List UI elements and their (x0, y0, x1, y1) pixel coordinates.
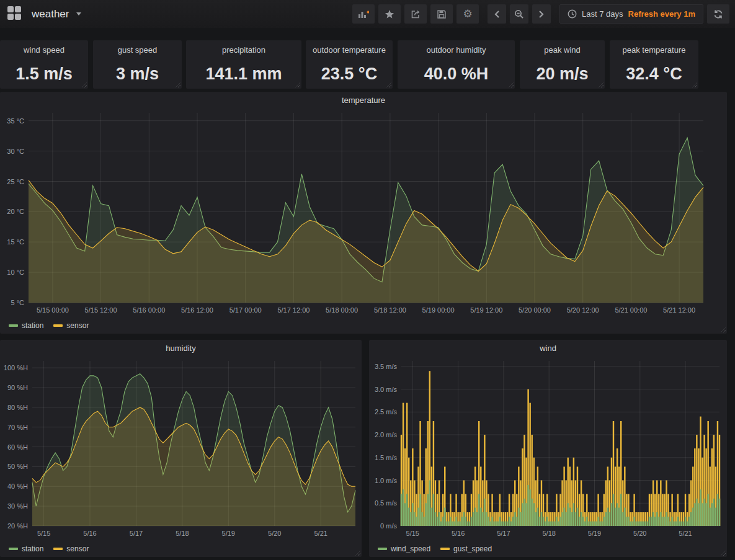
svg-text:1.5 m/s: 1.5 m/s (375, 454, 398, 461)
stat-title[interactable]: gust speed (118, 45, 158, 55)
svg-text:5/20 00:00: 5/20 00:00 (519, 306, 551, 314)
stat-value: 20 m/s (536, 66, 588, 85)
svg-text:90 %H: 90 %H (7, 384, 28, 391)
legend-swatch (9, 324, 18, 327)
svg-text:0 m/s: 0 m/s (380, 522, 397, 530)
legend-swatch (378, 548, 387, 550)
wind-chart[interactable]: 0 m/s0.5 m/s1.0 m/s1.5 m/s2.0 m/s2.5 m/s… (369, 356, 727, 541)
svg-text:5/17 00:00: 5/17 00:00 (229, 306, 262, 314)
legend-swatch (53, 548, 63, 550)
svg-text:5/18 12:00: 5/18 12:00 (374, 306, 406, 314)
settings-button[interactable]: ⚙ (457, 4, 479, 24)
svg-text:5/19 00:00: 5/19 00:00 (422, 306, 455, 314)
svg-text:1.0 m/s: 1.0 m/s (375, 477, 398, 484)
star-icon (385, 9, 394, 19)
legend-item-gust-speed[interactable]: gust_speed (440, 544, 492, 553)
svg-text:40 %H: 40 %H (7, 482, 28, 490)
legend-item-station[interactable]: station (9, 544, 43, 553)
svg-text:0.5 m/s: 0.5 m/s (375, 499, 398, 507)
star-button[interactable] (378, 4, 401, 24)
chevron-left-icon (494, 10, 500, 19)
panel-title-text: wind (540, 344, 556, 353)
panel-resize-handle[interactable] (509, 82, 514, 87)
share-button[interactable] (404, 4, 427, 24)
legend-swatch (53, 324, 63, 327)
svg-text:5/15 00:00: 5/15 00:00 (37, 306, 69, 314)
clock-icon (568, 9, 577, 19)
panel-resize-handle[interactable] (386, 82, 391, 87)
grafana-logo-icon[interactable] (6, 6, 22, 23)
svg-text:5/17: 5/17 (497, 530, 510, 537)
svg-text:5/16 00:00: 5/16 00:00 (133, 306, 165, 314)
navbar: weather (0, 0, 735, 28)
humidity-chart[interactable]: 20 %H30 %H40 %H50 %H60 %H70 %H80 %H90 %H… (0, 356, 362, 541)
save-icon (437, 9, 447, 19)
temperature-panel: temperature 5 °C10 °C15 °C20 °C25 °C30 °… (0, 92, 727, 334)
svg-text:3.0 m/s: 3.0 m/s (375, 386, 398, 393)
settings-icon: ⚙ (463, 9, 472, 19)
panel-resize-handle[interactable] (599, 82, 604, 87)
svg-text:5/19 12:00: 5/19 12:00 (470, 306, 502, 314)
dashboard-title[interactable]: weather (32, 8, 69, 20)
svg-text:5/16: 5/16 (452, 530, 465, 537)
stat-panel-outdoor-temperature: outdoor temperature 23.5 °C (306, 40, 393, 89)
svg-text:10 °C: 10 °C (7, 269, 24, 276)
svg-text:80 %H: 80 %H (7, 404, 28, 411)
legend-item-wind-speed[interactable]: wind_speed (378, 544, 430, 553)
stat-panel-precipitation: precipitation 141.1 mm (186, 40, 301, 89)
refresh-button[interactable] (707, 4, 729, 24)
legend-label: wind_speed (391, 544, 430, 553)
panel-resize-handle[interactable] (692, 82, 697, 87)
add-panel-button[interactable] (352, 4, 375, 24)
panel-resize-handle[interactable] (176, 82, 180, 87)
svg-text:15 °C: 15 °C (7, 238, 24, 246)
stat-value: 141.1 mm (205, 66, 282, 85)
svg-text:5/20: 5/20 (633, 530, 646, 537)
humidity-panel: humidity 20 %H30 %H40 %H50 %H60 %H70 %H8… (0, 340, 362, 557)
legend-label: gust_speed (453, 544, 492, 553)
legend-item-sensor[interactable]: sensor (53, 321, 89, 330)
legend-label: station (22, 544, 43, 553)
svg-text:5/17 12:00: 5/17 12:00 (277, 306, 310, 314)
svg-text:5/19: 5/19 (588, 530, 601, 537)
legend-label: station (22, 321, 43, 330)
panel-title[interactable]: wind (369, 340, 727, 356)
panel-resize-handle[interactable] (295, 82, 300, 87)
panel-title[interactable]: temperature (0, 92, 727, 108)
stat-title[interactable]: precipitation (222, 45, 265, 55)
svg-text:5/21: 5/21 (314, 530, 327, 537)
zoom-out-button[interactable] (510, 4, 528, 24)
stat-panel-outdoor-humidity: outdoor humidity 40.0 %H (398, 40, 515, 89)
panel-title[interactable]: humidity (0, 340, 362, 356)
stat-title[interactable]: peak wind (544, 45, 581, 55)
grafana-dashboard: weather (0, 0, 735, 560)
caret-down-icon[interactable] (76, 12, 81, 16)
save-button[interactable] (430, 4, 453, 24)
svg-text:5/19: 5/19 (222, 530, 235, 537)
add-panel-icon (358, 9, 369, 19)
svg-text:3.5 m/s: 3.5 m/s (375, 363, 398, 370)
svg-text:5/18: 5/18 (542, 530, 555, 537)
stat-title[interactable]: peak temperature (623, 45, 686, 55)
legend-item-station[interactable]: station (9, 321, 43, 330)
svg-text:70 %H: 70 %H (7, 424, 28, 431)
time-forward-button[interactable] (532, 4, 551, 24)
time-back-button[interactable] (488, 4, 506, 24)
svg-text:30 °C: 30 °C (7, 148, 24, 155)
stat-title[interactable]: outdoor humidity (426, 45, 486, 55)
svg-text:5/20 12:00: 5/20 12:00 (567, 306, 599, 314)
time-range-picker[interactable]: Last 7 days Refresh every 1m (559, 4, 703, 24)
stat-value: 40.0 %H (424, 66, 489, 85)
svg-text:35 °C: 35 °C (7, 117, 24, 125)
svg-text:5/21: 5/21 (679, 530, 692, 537)
zoom-out-icon (514, 9, 524, 19)
legend-item-sensor[interactable]: sensor (53, 544, 89, 553)
svg-text:20 %H: 20 %H (7, 522, 28, 530)
svg-text:60 %H: 60 %H (7, 443, 28, 451)
panel-resize-handle[interactable] (82, 82, 87, 87)
stat-panel-gust-speed: gust speed 3 m/s (93, 40, 182, 89)
legend: station sensor (0, 541, 362, 557)
stat-title[interactable]: wind speed (24, 45, 65, 55)
temperature-chart[interactable]: 5 °C10 °C15 °C20 °C25 °C30 °C35 °C5/15 0… (0, 108, 727, 318)
stat-title[interactable]: outdoor temperature (313, 45, 386, 55)
